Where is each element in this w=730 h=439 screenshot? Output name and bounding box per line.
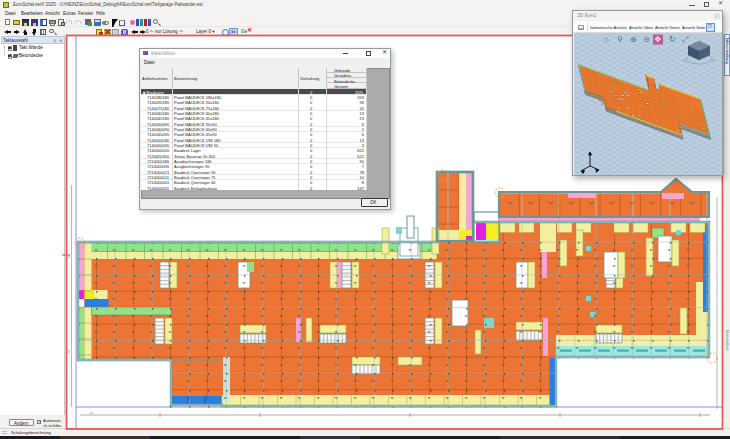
svg-text:⌂: ⌂ [604,35,609,44]
svg-text:✥: ✥ [655,35,662,44]
svg-text:⚲: ⚲ [617,35,623,44]
svg-text:⤢: ⤢ [682,35,689,44]
svg-text:⊖: ⊖ [643,35,650,44]
svg-text:⊕: ⊕ [630,35,637,44]
svg-text:↻: ↻ [669,35,676,44]
